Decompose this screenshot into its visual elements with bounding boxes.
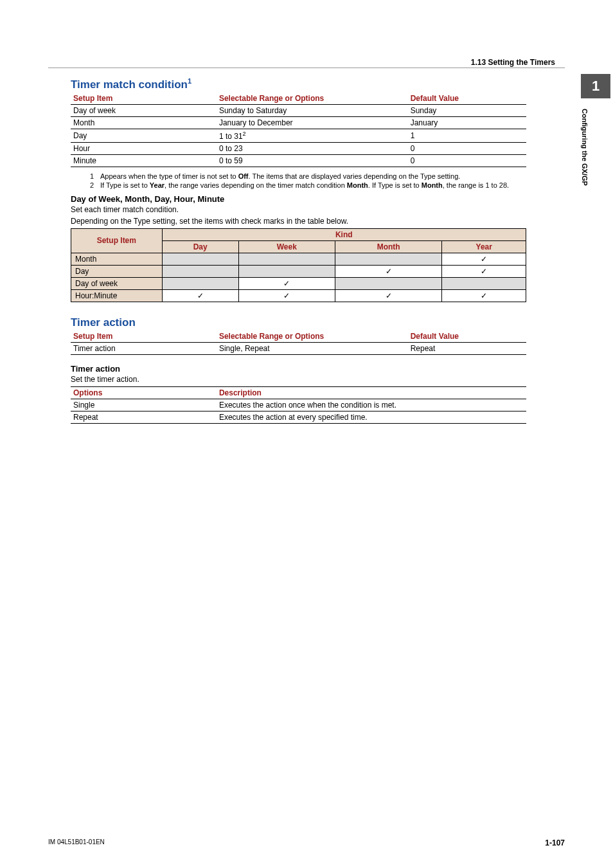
chapter-number: 1 [581, 74, 610, 98]
options-table: Options Description Single Executes the … [71, 386, 526, 424]
body-text: Set the timer action. [71, 375, 526, 384]
table-row: Repeat Executes the action at every spec… [71, 411, 526, 423]
cell: Single [71, 399, 217, 411]
cell [162, 265, 238, 277]
cell: 0 to 23 [217, 142, 408, 154]
cell: Day of week [71, 104, 217, 116]
th-kind: Kind [162, 228, 526, 240]
table-row: Timer action Single, Repeat Repeat [71, 342, 526, 354]
cell [238, 265, 335, 277]
cell: Day [71, 129, 217, 142]
match-setup-table: Setup Item Selectable Range or Options D… [71, 93, 526, 167]
col-range: Selectable Range or Options [217, 330, 408, 343]
cell [335, 253, 442, 265]
heading-timer-action: Timer action [71, 316, 526, 329]
table-row: Month January to December January [71, 116, 526, 129]
cell: Repeat [408, 342, 526, 354]
action-setup-table: Setup Item Selectable Range or Options D… [71, 330, 526, 355]
cell [162, 277, 238, 289]
cell [335, 277, 442, 289]
th-setup-item: Setup Item [71, 228, 163, 253]
footnote-num: 1 [90, 172, 100, 180]
th-day: Day [162, 240, 238, 253]
cell-check: ✓ [442, 265, 526, 277]
cell-label: Month [71, 253, 163, 265]
cell: 1 [408, 129, 526, 142]
cell: Executes the action at every specified t… [217, 411, 526, 423]
heading-timer-match: Timer match condition1 [71, 77, 526, 91]
col-range: Selectable Range or Options [217, 93, 408, 105]
cell: 0 [408, 154, 526, 167]
footnotes: 1 Appears when the type of timer is not … [90, 172, 526, 189]
table-row: Day of week ✓ [71, 277, 526, 289]
cell: January [408, 116, 526, 129]
cell [162, 253, 238, 265]
col-default: Default Value [408, 93, 526, 105]
table-row: Day ✓ ✓ [71, 265, 526, 277]
running-header-text: 1.13 Setting the Timers [471, 58, 555, 67]
chapter-title: Configuring the GX/GP [581, 102, 589, 192]
col-description: Description [217, 386, 526, 399]
footer-page-number: 1-107 [545, 838, 565, 847]
th-month: Month [335, 240, 442, 253]
table-row: Single Executes the action once when the… [71, 399, 526, 411]
cell-check: ✓ [442, 289, 526, 302]
footnote-num: 2 [90, 181, 100, 189]
cell-check: ✓ [335, 265, 442, 277]
cell: Minute [71, 154, 217, 167]
cell [442, 277, 526, 289]
subhead-day-week: Day of Week, Month, Day, Hour, Minute [71, 194, 526, 204]
cell-label: Day of week [71, 277, 163, 289]
cell-check: ✓ [238, 277, 335, 289]
cell-check: ✓ [442, 253, 526, 265]
col-options: Options [71, 386, 217, 399]
footnote-text: If Type is set to Year, the range varies… [100, 181, 526, 189]
cell: 0 [408, 142, 526, 154]
kind-table: Setup Item Kind Day Week Month Year Mont… [71, 228, 526, 302]
page: 1 Configuring the GX/GP 1.13 Setting the… [0, 0, 613, 868]
table-row: Minute 0 to 59 0 [71, 154, 526, 167]
cell: Single, Repeat [217, 342, 408, 354]
cell: 1 to 312 [217, 129, 408, 142]
cell: Hour [71, 142, 217, 154]
side-tab: 1 Configuring the GX/GP [581, 74, 613, 192]
heading-text: Timer match condition [71, 78, 188, 91]
table-row: Day 1 to 312 1 [71, 129, 526, 142]
body-text: Depending on the Type setting, set the i… [71, 217, 526, 226]
cell: Sunday to Saturday [217, 104, 408, 116]
footnote-2: 2 If Type is set to Year, the range vari… [90, 181, 526, 189]
running-header: 1.13 Setting the Timers [48, 58, 565, 68]
cell: Timer action [71, 342, 217, 354]
cell-check: ✓ [162, 289, 238, 302]
subhead-timer-action: Timer action [71, 364, 526, 374]
footer-doc-id: IM 04L51B01-01EN [48, 838, 105, 847]
th-week: Week [238, 240, 335, 253]
cell: Sunday [408, 104, 526, 116]
body-text: Set each timer match condition. [71, 205, 526, 214]
cell-label: Day [71, 265, 163, 277]
cell-check: ✓ [238, 289, 335, 302]
col-setup-item: Setup Item [71, 93, 217, 105]
footnote-1: 1 Appears when the type of timer is not … [90, 172, 526, 180]
cell: Month [71, 116, 217, 129]
cell-label: Hour:Minute [71, 289, 163, 302]
cell-check: ✓ [335, 289, 442, 302]
content: Timer match condition1 Setup Item Select… [71, 77, 526, 424]
cell: January to December [217, 116, 408, 129]
th-year: Year [442, 240, 526, 253]
table-row: Hour:Minute ✓ ✓ ✓ ✓ [71, 289, 526, 302]
cell: 0 to 59 [217, 154, 408, 167]
footnote-text: Appears when the type of timer is not se… [100, 172, 526, 180]
col-default: Default Value [408, 330, 526, 343]
cell: Repeat [71, 411, 217, 423]
col-setup-item: Setup Item [71, 330, 217, 343]
table-row: Day of week Sunday to Saturday Sunday [71, 104, 526, 116]
cell: Executes the action once when the condit… [217, 399, 526, 411]
heading-sup: 1 [188, 77, 191, 85]
footer: IM 04L51B01-01EN 1-107 [48, 838, 565, 847]
table-row: Hour 0 to 23 0 [71, 142, 526, 154]
cell [238, 253, 335, 265]
table-row: Month ✓ [71, 253, 526, 265]
